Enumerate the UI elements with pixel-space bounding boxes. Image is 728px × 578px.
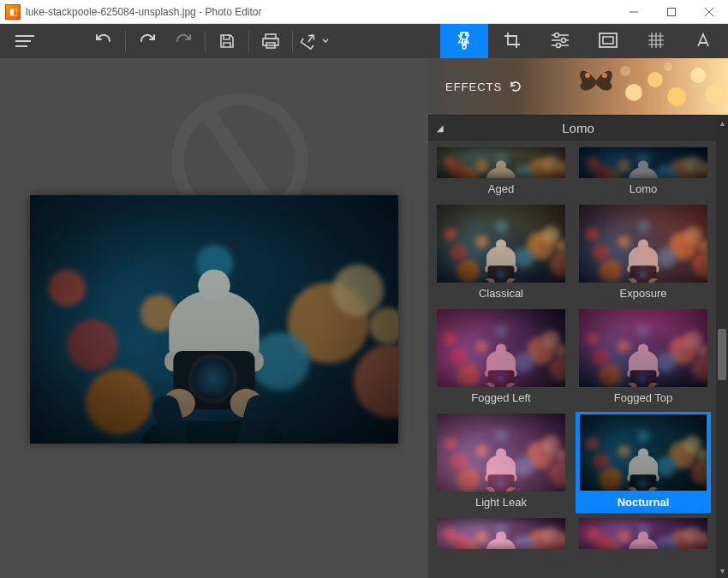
- window-controls: [615, 0, 728, 24]
- svg-rect-8: [263, 39, 278, 45]
- collapse-icon: ◢: [437, 123, 444, 133]
- titlebar: ◧ luke-stackpoole-625084-unsplash.jpg - …: [0, 0, 728, 24]
- effect-label: Fogged Left: [471, 389, 530, 408]
- effect-fogged-left[interactable]: Fogged Left: [433, 307, 569, 408]
- effects-reset-icon[interactable]: [509, 80, 522, 92]
- svg-point-11: [555, 33, 559, 37]
- minimize-button[interactable]: [615, 0, 653, 24]
- effect-label: Nocturnal: [576, 493, 711, 513]
- effect-aged[interactable]: Aged: [433, 146, 569, 200]
- share-button[interactable]: [296, 24, 332, 58]
- redo-step-button[interactable]: [129, 24, 165, 58]
- svg-point-23: [667, 87, 686, 106]
- effect-label: Lomo: [630, 180, 658, 200]
- svg-point-26: [620, 66, 630, 76]
- effect-label: Aged: [488, 180, 514, 200]
- svg-point-25: [705, 84, 725, 104]
- flowers-decoration: [608, 58, 728, 115]
- save-button[interactable]: [209, 24, 245, 58]
- tab-effects[interactable]: [440, 24, 488, 58]
- separator: [292, 31, 293, 51]
- tab-texture[interactable]: [632, 24, 680, 58]
- menu-button[interactable]: [7, 24, 43, 58]
- svg-rect-1: [668, 8, 676, 15]
- svg-point-27: [664, 63, 672, 71]
- effects-scrollbar[interactable]: ▴ ▾: [716, 115, 728, 578]
- effect-classical[interactable]: Classical: [433, 203, 569, 304]
- main-photo[interactable]: [30, 195, 398, 444]
- effect-nocturnal[interactable]: Nocturnal: [576, 412, 711, 513]
- redo-button[interactable]: [165, 24, 201, 58]
- effect-preview[interactable]: [433, 516, 569, 551]
- separator: [205, 31, 206, 51]
- separator: [248, 31, 249, 51]
- scroll-thumb[interactable]: [718, 329, 726, 380]
- tool-tabs: [440, 24, 728, 58]
- close-button[interactable]: [690, 0, 728, 24]
- maximize-button[interactable]: [653, 0, 690, 24]
- print-button[interactable]: [253, 24, 289, 58]
- tab-adjust[interactable]: [536, 24, 584, 58]
- svg-point-19: [585, 73, 590, 78]
- effect-label: Exposure: [620, 284, 667, 304]
- svg-point-20: [602, 73, 607, 78]
- category-label: Lomo: [562, 121, 594, 135]
- scroll-up-icon[interactable]: ▴: [716, 115, 728, 130]
- separator: [125, 31, 126, 51]
- effect-lomo[interactable]: Lomo: [576, 146, 711, 200]
- effects-banner: EFFECTS: [428, 58, 728, 115]
- main-toolbar: [0, 24, 728, 58]
- effect-preview[interactable]: [576, 516, 711, 551]
- effects-panel: EFFECTS ◢ Lomo AgedLom: [428, 58, 728, 578]
- svg-point-22: [647, 72, 663, 87]
- tab-crop[interactable]: [488, 24, 536, 58]
- effect-exposure[interactable]: Exposure: [576, 203, 711, 304]
- svg-point-24: [690, 68, 706, 83]
- canvas-area[interactable]: [0, 58, 428, 578]
- effect-label: Classical: [479, 284, 523, 304]
- effect-label: Light Leak: [475, 493, 527, 513]
- svg-point-13: [562, 38, 566, 42]
- app-icon: ◧: [5, 4, 21, 20]
- effect-fogged-top[interactable]: Fogged Top: [576, 307, 711, 408]
- window-title: luke-stackpoole-625084-unsplash.jpg - Ph…: [26, 6, 615, 18]
- svg-rect-17: [603, 37, 613, 44]
- scroll-down-icon[interactable]: ▾: [716, 563, 728, 578]
- svg-point-21: [625, 84, 642, 101]
- svg-point-15: [557, 43, 561, 47]
- effects-label: EFFECTS: [445, 80, 502, 93]
- effects-category-header[interactable]: ◢ Lomo: [428, 115, 728, 140]
- tab-frame[interactable]: [584, 24, 632, 58]
- svg-rect-16: [600, 33, 617, 47]
- effects-grid: AgedLomoClassicalExposureFogged LeftFogg…: [428, 140, 728, 578]
- tab-text[interactable]: [680, 24, 728, 58]
- effect-light-leak[interactable]: Light Leak: [433, 412, 569, 513]
- effect-label: Fogged Top: [614, 389, 672, 408]
- undo-button[interactable]: [86, 24, 122, 58]
